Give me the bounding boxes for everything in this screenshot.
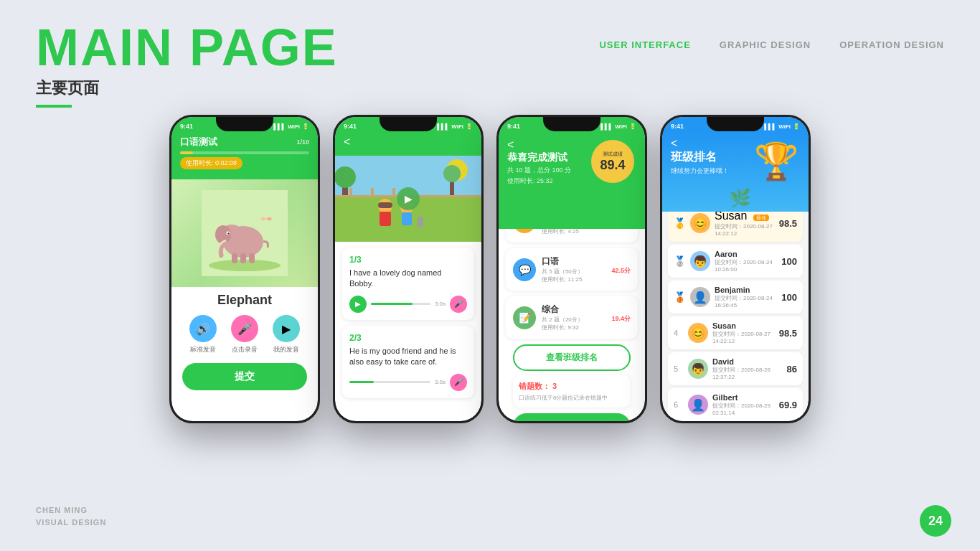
comprehensive-score: 19.4分 — [611, 311, 631, 324]
comprehensive-name: 综合 — [542, 303, 606, 316]
audio-progress-fill-1 — [371, 303, 413, 305]
btn2-label: 点击录音 — [232, 345, 258, 354]
avatar-3: 👤 — [690, 287, 710, 307]
audio-time-2: 3.0s — [435, 379, 446, 385]
phones-container: 9:41 ▌▌▌WiFi🔋 口语测试 1/10 使用时长: 0:02:08 — [169, 115, 811, 423]
reading-card-2: 2/3 He is my good friend and he is also … — [342, 326, 474, 398]
rank-name-5: David — [712, 357, 783, 366]
rank-name-2: Aaron — [715, 250, 777, 258]
oral-time: 使用时长: 11:25 — [542, 276, 606, 283]
footer-line2: VISUAL DESIGN — [36, 517, 106, 529]
svg-rect-7 — [249, 253, 255, 263]
phone3-back-arrow[interactable]: < — [507, 138, 514, 151]
svg-rect-23 — [380, 212, 391, 226]
phone1-notch — [216, 117, 273, 131]
btn1-label: 标准发音 — [190, 345, 216, 354]
phone3-screen: 9:41 ▌▌▌WiFi🔋 < 恭喜完成测试 共 10 题，总分 100 分 使… — [499, 117, 645, 421]
standard-audio-icon: 🔊 — [189, 315, 217, 342]
rank-score-2: 100 — [781, 256, 797, 267]
phone3-time: 9:41 — [507, 123, 520, 130]
phone1-title: 口语测试 — [180, 136, 217, 149]
svg-point-9 — [227, 232, 229, 234]
audio-progress-2 — [349, 381, 430, 383]
submit-button[interactable]: 提交 — [182, 363, 307, 390]
medal-2: 🥈 — [674, 255, 686, 267]
oral-name: 口语 — [542, 255, 606, 268]
phone2-notch — [380, 117, 437, 131]
phone1-header: 口语测试 1/10 使用时长: 0:02:08 — [171, 133, 318, 179]
footer-text: CHEN MING VISUAL DESIGN — [36, 504, 106, 529]
leaf-decoration: 🌿 — [730, 188, 751, 208]
sub-title: 主要页面 — [36, 77, 338, 99]
score-label: 测试成绩 — [603, 151, 623, 158]
mic-button-1[interactable]: 🎤 — [450, 296, 467, 313]
audio-bar-1: ▶ 3.0s 🎤 — [349, 296, 467, 313]
audio-progress-fill-2 — [349, 381, 374, 383]
name-col-4: Susan 提交时间：2020-08-27 14:22:12 — [712, 321, 775, 344]
btn3-label: 我的发音 — [273, 345, 299, 354]
action-buttons: 🔊 标准发音 🎤 点击录音 ▶ 我的发音 — [171, 315, 318, 360]
nav-graphic-design[interactable]: GRAPHIC DESIGN — [720, 39, 811, 50]
nav-user-interface[interactable]: USER INTERFACE — [599, 39, 690, 50]
nav-operation-design[interactable]: OPERATION DESIGN — [839, 39, 944, 50]
avatar-5: 👦 — [688, 359, 708, 379]
svg-rect-27 — [418, 217, 423, 227]
phone4-notch — [707, 117, 764, 131]
result-item-oral: 💬 口语 共 5 题（50分） 使用时长: 11:25 42.5分 — [506, 248, 638, 291]
footer-line1: CHEN MING — [36, 504, 106, 517]
rank-row-6: 6 👤 Gilbert 提交时间：2020-08-29 02:31:14 69.… — [668, 388, 803, 421]
oral-icon: 💬 — [513, 258, 536, 281]
elephant-name: Elephant — [171, 287, 318, 315]
standard-audio-btn[interactable]: 🔊 标准发音 — [189, 315, 217, 354]
view-rankings-button[interactable]: 查看班级排名 — [513, 344, 631, 371]
phone-rankings: 9:41 ▌▌▌WiFi🔋 < 班级排名 继续努力会更棒哦！ 🏆 🌿 排名 姓名… — [660, 115, 811, 423]
rank-time-3: 提交时间：2020-08-24 16:36:45 — [715, 294, 777, 309]
mic-button-2[interactable]: 🎤 — [450, 374, 467, 391]
phone2-header: < — [335, 133, 481, 156]
elephant-illustration — [171, 179, 318, 287]
phone4-header: < 班级排名 继续努力会更棒哦！ 🏆 🌿 — [662, 133, 809, 212]
video-play-button[interactable]: ▶ — [397, 187, 420, 210]
phone2-screen: 9:41 ▌▌▌WiFi🔋 < — [335, 117, 481, 421]
card2-text: He is my good friend and he is also easy… — [349, 346, 467, 368]
rank-row-3: 🥉 👤 Benjamin 提交时间：2020-08-24 16:36:45 10… — [668, 281, 803, 314]
progress-fill — [180, 151, 193, 154]
back-arrow-icon[interactable]: < — [344, 136, 350, 149]
rankings-list: 排名 姓名 得分 🥇 😊 Susan 最佳 提交时间：2020-08-27 14… — [662, 187, 809, 421]
phone-reading: 9:41 ▌▌▌WiFi🔋 < — [333, 115, 484, 423]
oral-detail: 共 5 题（50分） — [542, 268, 606, 276]
rank-time-1: 提交时间：2020-08-27 14:22:12 — [715, 222, 775, 237]
avatar-6: 👤 — [688, 395, 708, 415]
svg-point-16 — [443, 165, 461, 182]
trophy-icon: 🏆 — [751, 133, 801, 190]
rank-time-5: 提交时间：2020-08-26 12:37:22 — [712, 366, 783, 380]
phone4-time: 9:41 — [671, 123, 684, 130]
check-errors-button[interactable]: 查看错题 — [513, 413, 631, 421]
play-button-1[interactable]: ▶ — [349, 296, 367, 313]
rank-row-4: 4 😊 Susan 提交时间：2020-08-27 14:22:12 98.5 — [668, 316, 803, 349]
error-count-label: 错题数： 3 — [519, 381, 625, 392]
error-description: 口语练习低于8分题也记录在错题中 — [519, 394, 625, 402]
my-audio-btn[interactable]: ▶ 我的发音 — [273, 315, 300, 354]
name-col-6: Gilbert 提交时间：2020-08-29 02:31:14 — [712, 393, 775, 416]
phone2-status-icons: ▌▌▌WiFi🔋 — [437, 123, 473, 130]
timer-badge: 使用时长: 0:02:08 — [180, 157, 242, 169]
error-section: 错题数： 3 口语练习低于8分题也记录在错题中 — [513, 375, 631, 408]
phone1-screen: 9:41 ▌▌▌WiFi🔋 口语测试 1/10 使用时长: 0:02:08 — [171, 117, 318, 421]
rank-num-4: 4 — [674, 329, 684, 337]
rank-time-4: 提交时间：2020-08-27 14:22:12 — [712, 330, 775, 344]
card1-text: I have a lovely dog named Bobby. — [349, 268, 467, 290]
oral-info: 口语 共 5 题（50分） 使用时长: 11:25 — [542, 255, 606, 283]
oral-score: 42.5分 — [611, 263, 631, 276]
record-btn[interactable]: 🎤 点击录音 — [231, 315, 258, 354]
svg-rect-6 — [240, 253, 246, 263]
elephant-svg — [202, 190, 288, 276]
rank-score-6: 69.9 — [779, 400, 797, 410]
progress-bar — [180, 151, 309, 154]
medal-1: 🥇 — [674, 217, 686, 229]
phone4-back-arrow[interactable]: < — [671, 137, 677, 149]
name-col-5: David 提交时间：2020-08-26 12:37:22 — [712, 357, 783, 380]
rank-name-6: Gilbert — [712, 393, 775, 402]
phone3-notch — [543, 117, 600, 131]
comprehensive-time: 使用时长: 9:32 — [542, 324, 606, 331]
